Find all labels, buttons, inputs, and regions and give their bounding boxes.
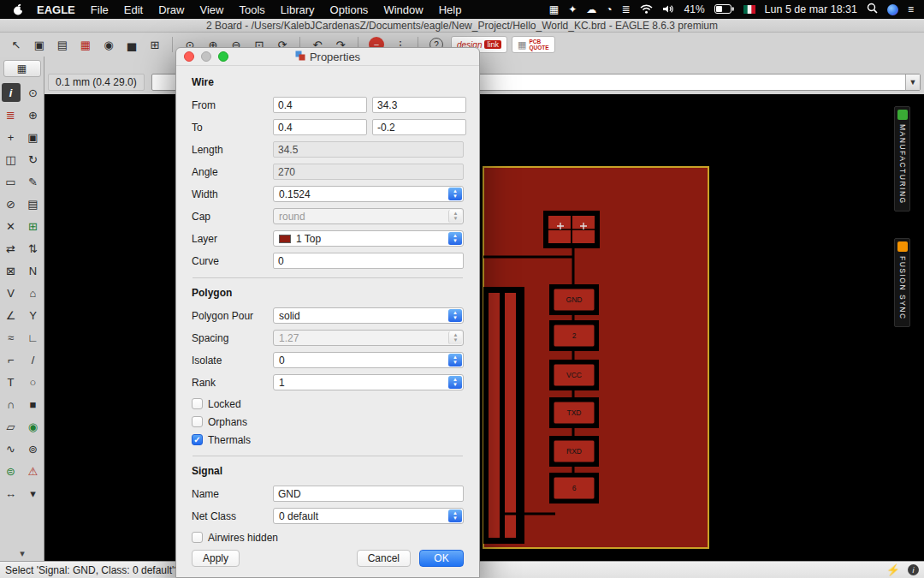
delete-tool[interactable]: ✕ bbox=[2, 217, 21, 235]
apply-button[interactable]: Apply bbox=[192, 550, 240, 567]
locked-checkbox-row[interactable]: Locked bbox=[192, 396, 464, 411]
wire-tool[interactable]: / bbox=[24, 350, 43, 369]
from-y-input[interactable] bbox=[372, 97, 466, 113]
pcb-quote-badge[interactable]: ▦ PCB QUOTE bbox=[512, 36, 555, 53]
group-tool[interactable]: ▭ bbox=[2, 172, 21, 191]
paste-tool[interactable]: ▤ bbox=[24, 194, 43, 213]
connector-pad-column[interactable] bbox=[489, 293, 500, 538]
width-combo[interactable]: 0.1524 ▲▼ bbox=[273, 186, 464, 202]
chevron-down-icon[interactable]: ▼ bbox=[905, 74, 920, 90]
rank-combo[interactable]: 1 ▲▼ bbox=[273, 374, 464, 390]
signal-name-input[interactable] bbox=[273, 486, 464, 502]
volume-icon[interactable] bbox=[662, 3, 675, 16]
sync-lightning-icon[interactable]: ⚡ bbox=[886, 563, 900, 576]
to-y-input[interactable] bbox=[372, 119, 466, 135]
save-button[interactable]: ▣ bbox=[30, 35, 49, 54]
dimension-tool[interactable]: ↔ bbox=[2, 484, 21, 503]
info-tool[interactable]: i bbox=[2, 83, 21, 102]
fusion-sync-tab[interactable]: FUSION SYNC bbox=[894, 238, 910, 327]
pointer-button[interactable]: ↖ bbox=[7, 35, 26, 54]
to-x-input[interactable] bbox=[273, 119, 367, 135]
isolate-combo[interactable]: 0 ▲▼ bbox=[273, 352, 464, 368]
route-tool[interactable]: ∟ bbox=[24, 328, 43, 347]
wifi-icon[interactable] bbox=[640, 3, 653, 16]
from-x-input[interactable] bbox=[273, 97, 367, 113]
board-pad-6[interactable]: 6 bbox=[549, 473, 599, 504]
app-grid-icon[interactable]: ▦ bbox=[549, 3, 559, 15]
curve-input[interactable] bbox=[273, 253, 464, 269]
connector-pad-column[interactable] bbox=[505, 293, 516, 538]
hole-tool[interactable]: ⊚ bbox=[24, 439, 43, 458]
locked-checkbox[interactable] bbox=[192, 398, 203, 409]
mark-tool[interactable]: ⊕ bbox=[24, 105, 43, 124]
airwires-checkbox[interactable] bbox=[192, 532, 203, 543]
menu-help[interactable]: Help bbox=[431, 3, 470, 16]
dropbox-icon[interactable]: ✦ bbox=[568, 3, 577, 15]
cut-tool[interactable]: ⊘ bbox=[2, 194, 21, 213]
spotlight-icon[interactable] bbox=[867, 3, 878, 16]
battery-icon[interactable] bbox=[714, 3, 734, 16]
lock-tool[interactable]: ⊠ bbox=[2, 261, 21, 280]
show-tool[interactable]: ⊙ bbox=[24, 83, 43, 102]
smash-tool[interactable]: ⌂ bbox=[24, 283, 43, 302]
layer-settings-button[interactable]: ▦ bbox=[3, 60, 41, 77]
menu-view[interactable]: View bbox=[192, 3, 232, 16]
siri-icon[interactable] bbox=[887, 4, 898, 15]
replace-tool[interactable]: ⇅ bbox=[24, 239, 43, 258]
cancel-button[interactable]: Cancel bbox=[357, 550, 411, 567]
close-button[interactable] bbox=[184, 51, 194, 62]
layer-combo[interactable]: 1 Top ▲▼ bbox=[273, 230, 464, 247]
notification-center-icon[interactable]: ≡ bbox=[908, 3, 914, 15]
signal-tool[interactable]: ∿ bbox=[2, 439, 21, 458]
ok-button[interactable]: OK bbox=[419, 550, 464, 567]
menu-window[interactable]: Window bbox=[376, 3, 430, 16]
info-icon[interactable]: i bbox=[908, 564, 919, 575]
arc-tool[interactable]: ∩ bbox=[2, 395, 21, 414]
board-pad-gnd[interactable]: GND bbox=[549, 284, 599, 315]
board-pad-txd[interactable]: TXD bbox=[549, 397, 599, 428]
menu-library[interactable]: Library bbox=[273, 3, 323, 16]
display-layers-tool[interactable]: ≣ bbox=[2, 105, 21, 124]
grid-table-button[interactable]: ⊞ bbox=[145, 35, 164, 54]
airwires-checkbox-row[interactable]: Airwires hidden bbox=[192, 530, 464, 545]
via-tool[interactable]: ◉ bbox=[24, 417, 43, 436]
change-tool[interactable]: ✎ bbox=[24, 172, 43, 191]
add-tool[interactable]: ⊞ bbox=[24, 217, 43, 235]
menu-tools[interactable]: Tools bbox=[231, 3, 272, 16]
value-tool[interactable]: V bbox=[2, 283, 21, 302]
thermals-checkbox-row[interactable]: Thermals bbox=[192, 432, 464, 447]
apple-menu-icon[interactable] bbox=[12, 3, 24, 16]
orphans-checkbox-row[interactable]: Orphans bbox=[192, 414, 464, 429]
zoom-button[interactable] bbox=[218, 51, 228, 62]
sidebar-scroll-down[interactable]: ▾ bbox=[0, 548, 44, 559]
thermals-checkbox[interactable] bbox=[192, 434, 203, 445]
mirror-tool[interactable]: ◫ bbox=[2, 150, 21, 169]
errors-tool[interactable]: ⚠ bbox=[24, 462, 43, 480]
orphans-checkbox[interactable] bbox=[192, 416, 203, 427]
rect-tool[interactable]: ■ bbox=[24, 395, 43, 414]
miter-tool[interactable]: ∠ bbox=[2, 306, 21, 325]
clock-status-icon[interactable]: ◔ bbox=[606, 3, 612, 15]
board-pad-rxd[interactable]: RXD bbox=[549, 436, 599, 467]
cloud-icon[interactable]: ☁ bbox=[586, 3, 596, 15]
menu-options[interactable]: Options bbox=[323, 3, 376, 16]
more-tools-tool[interactable]: ▾ bbox=[24, 484, 43, 503]
statistics-button[interactable]: ▅ bbox=[122, 35, 141, 54]
menu-eagle[interactable]: EAGLE bbox=[29, 3, 83, 16]
menu-draw[interactable]: Draw bbox=[151, 3, 192, 16]
optimize-tool[interactable]: ≈ bbox=[2, 328, 21, 347]
name-tool[interactable]: N bbox=[24, 261, 43, 280]
circle-tool[interactable]: ○ bbox=[24, 372, 43, 391]
polygon-pour-combo[interactable]: solid ▲▼ bbox=[273, 307, 464, 324]
net-class-combo[interactable]: 0 default ▲▼ bbox=[273, 508, 464, 524]
flag-icon[interactable] bbox=[743, 3, 755, 16]
print-button[interactable]: ▤ bbox=[53, 35, 72, 54]
display-status-icon[interactable]: ≣ bbox=[621, 3, 630, 15]
minimize-button[interactable] bbox=[201, 51, 211, 62]
copy-tool[interactable]: ▣ bbox=[24, 128, 43, 146]
rotate-tool[interactable]: ↻ bbox=[24, 150, 43, 169]
menu-edit[interactable]: Edit bbox=[116, 3, 151, 16]
menu-file[interactable]: File bbox=[83, 3, 116, 16]
text-tool[interactable]: T bbox=[2, 372, 21, 391]
split-tool[interactable]: Y bbox=[24, 306, 43, 325]
